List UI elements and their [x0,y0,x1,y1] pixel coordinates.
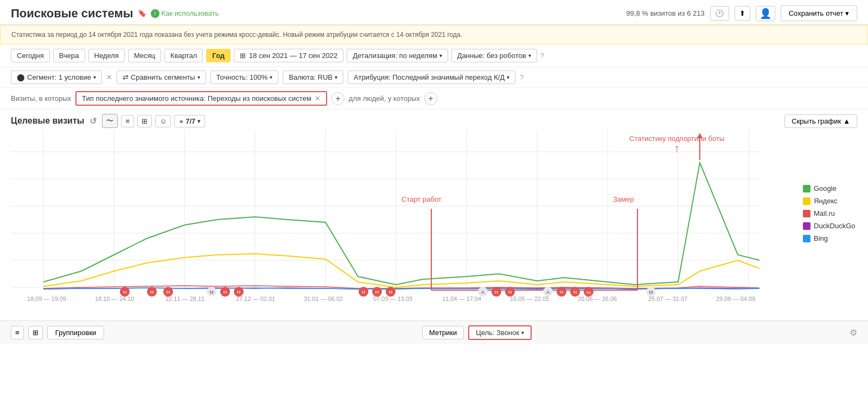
legend-mailru: Mail.ru [803,209,857,217]
bookmark-icon[interactable]: 🔖 [138,9,146,17]
data-type-dropdown[interactable]: Данные: без роботов ▾ [451,49,537,62]
goal-button[interactable]: Цель: Звонок ▾ [468,325,532,340]
svg-text:Н): Н) [586,290,591,295]
svg-text:18.09 — 19.09: 18.09 — 19.09 [27,296,66,302]
date-range-button[interactable]: ⊞ 18 сен 2021 — 17 сен 2022 [234,49,343,62]
condition-bar: Визиты, в которых Тип последнего значимо… [0,88,868,110]
svg-text:А: А [481,290,484,295]
svg-text:31.01 — 06.02: 31.01 — 06.02 [304,296,343,302]
compare-segments-button[interactable]: ⇄ Сравнить сегменты ▾ [117,70,206,84]
add-people-condition-button[interactable]: + [424,92,437,105]
svg-text:А: А [546,290,550,295]
currency-dropdown[interactable]: Валюта: RUB ▾ [283,70,343,84]
legend-bing: Bing [803,234,857,242]
settings-button[interactable]: ⚙ [850,327,857,338]
area-chart-button[interactable]: ≡ [121,115,134,127]
legend-google: Google [803,184,857,192]
metric-count-button[interactable]: ● 7/7 ▾ [174,115,205,127]
svg-text:Н: Н [167,290,170,295]
svg-text:29.08 — 04.09: 29.08 — 04.09 [716,296,755,302]
segment-bar: ⬤ Сегмент: 1 условие ▾ ✕ ⇄ Сравнить сегм… [0,67,868,88]
svg-text:Н: Н [573,290,577,295]
google-line [43,163,760,285]
attribution-dropdown[interactable]: Атрибуция: Последний значимый переход К/… [348,70,515,84]
filter-today[interactable]: Сегодня [11,49,50,62]
chart-area: Статистику подпортили боты ↑ Старт работ… [0,130,868,316]
clock-button[interactable]: 🕐 [710,6,729,21]
chart-controls: 〜 ≡ ⊞ ☺ ● 7/7 ▾ [102,114,205,128]
svg-text:22.11 — 28.11: 22.11 — 28.11 [165,296,205,302]
legend-color-duckduckgo [803,222,810,230]
segment-circle-icon: ⬤ [17,73,25,81]
accuracy-dropdown[interactable]: Точность: 100% ▾ [210,70,279,84]
how-to-use-link[interactable]: i Как использовать [151,9,219,18]
svg-text:Н: Н [362,290,366,295]
condition-tag: Тип последнего значимого источника: Пере… [75,91,327,106]
scatter-chart-button[interactable]: ☺ [155,115,171,127]
grid-view-button[interactable]: ⊞ [28,326,43,339]
add-condition-button[interactable]: + [331,92,344,105]
annotation-bots-arrow: ↑ [674,142,680,154]
chart-svg-container: Статистику подпортили боты ↑ Старт работ… [11,130,797,316]
data-type-chevron: ▾ [528,53,531,59]
svg-text:Н: Н [495,290,499,295]
legend-color-yandex [803,197,810,205]
svg-text:Н: Н [224,290,227,295]
grid-icon: ⊞ [33,329,39,337]
legend-duckduckgo: DuckDuckGo [803,222,857,230]
filter-week[interactable]: Неделя [88,49,125,62]
list-view-button[interactable]: ≡ [11,326,24,339]
svg-text:М: М [209,290,214,295]
legend-label-google: Google [814,184,837,192]
segment-button[interactable]: ⬤ Сегмент: 1 условие ▾ [11,70,102,84]
groupings-button[interactable]: Группировки [47,326,105,339]
svg-text:Н: Н [508,290,512,295]
yandex-line [43,254,760,287]
svg-text:Н: Н [237,290,241,295]
refresh-icon[interactable]: ↺ [90,116,97,126]
top-bar: Поисковые системы 🔖 i Как использовать 9… [0,0,868,25]
accuracy-chevron: ▾ [270,74,272,80]
legend-yandex: Яндекс [803,197,857,205]
legend-color-mailru [803,210,810,217]
hide-chevron-icon: ▲ [843,117,850,125]
svg-text:Н: Н [150,290,154,295]
svg-text:25.07 — 31.07: 25.07 — 31.07 [648,296,687,302]
detail-dropdown[interactable]: Детализация: по неделям ▾ [347,49,448,62]
avatar-button[interactable]: 👤 [756,6,775,21]
bar-chart-button[interactable]: ⊞ [137,115,152,127]
chart-svg: 18.09 — 19.09 18.10 — 24.10 22.11 — 28.1… [11,130,760,314]
filter-yesterday[interactable]: Вчера [53,49,85,62]
chart-legend: Google Яндекс Mail.ru DuckDuckGo Bing [797,130,857,316]
chart-title-section: Целевые визиты ↺ 〜 ≡ ⊞ ☺ ● 7/7 ▾ [11,114,205,128]
hide-chart-button[interactable]: Скрыть график ▲ [784,114,857,128]
legend-label-mailru: Mail.ru [814,209,835,217]
segment-close-icon[interactable]: ✕ [106,73,112,81]
chart-title-text: Целевые визиты [11,116,84,126]
save-report-button[interactable]: Сохранить отчет ▾ [781,5,857,21]
condition-close-icon[interactable]: ✕ [315,94,321,102]
filter-year[interactable]: Год [206,49,231,62]
segment-chevron: ▾ [93,74,96,80]
top-bar-right: 99,8 % визитов из 6 213 🕐 ⬆ 👤 Сохранить … [626,5,857,21]
upload-button[interactable]: ⬆ [735,6,750,21]
legend-label-yandex: Яндекс [814,197,838,205]
warning-banner: Статистика за период до 14 октября 2021 … [0,25,868,44]
filter-month[interactable]: Месяц [128,49,161,62]
line-chart-button[interactable]: 〜 [102,114,118,128]
svg-text:М: М [649,290,653,295]
filter-bar: Сегодня Вчера Неделя Месяц Квартал Год ⊞… [0,44,868,67]
svg-text:Н: Н [560,290,564,295]
bottom-bar: ≡ ⊞ Группировки Метрики Цель: Звонок ▾ ⚙ [0,320,868,344]
info-icon: i [151,9,159,18]
currency-chevron: ▾ [335,74,337,80]
svg-text:27.12 — 02.01: 27.12 — 02.01 [236,296,275,302]
metrics-button[interactable]: Метрики [422,326,464,339]
data-type-help-icon[interactable]: ? [540,52,544,60]
attribution-chevron: ▾ [507,74,509,80]
avatar-icon: 👤 [760,8,771,19]
attribution-help-icon[interactable]: ? [520,73,524,81]
goal-chevron: ▾ [521,330,524,336]
filter-quarter[interactable]: Квартал [164,49,203,62]
svg-text:16.05 — 22.05: 16.05 — 22.05 [510,296,549,302]
